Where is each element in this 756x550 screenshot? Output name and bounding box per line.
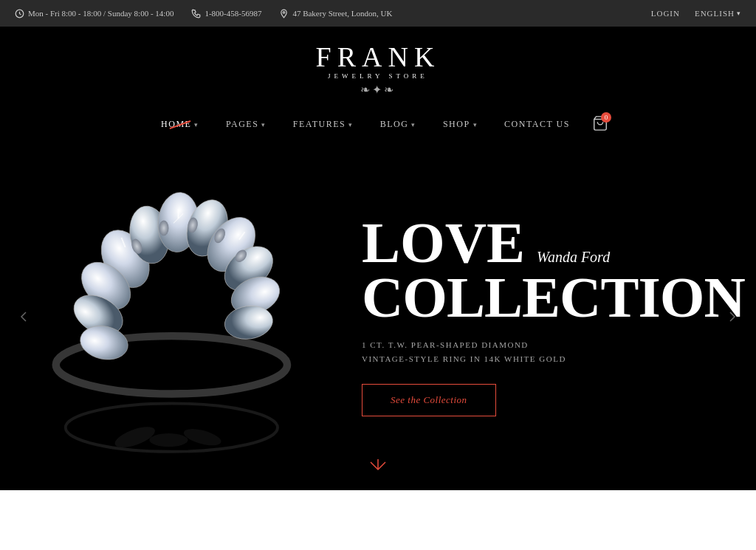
hero-love-text: LOVE <box>362 217 525 269</box>
arrow-down-icon <box>368 456 388 477</box>
hero-next-button[interactable] <box>719 303 746 330</box>
address-text: 47 Bakery Street, London, UK <box>292 9 392 18</box>
top-bar-actions: LOGIN ENGLISH ▾ <box>651 9 741 18</box>
hero-title-love: LOVE Wanda Ford <box>362 217 745 269</box>
hours-item: Mon - Fri 8:00 - 18:00 / Sunday 8:00 - 1… <box>15 9 173 18</box>
nav-item-shop[interactable]: SHOP ▾ <box>430 114 491 134</box>
ring-visual <box>0 143 347 490</box>
nav-item-blog[interactable]: BLOG ▾ <box>367 114 430 134</box>
nav-label-blog: BLOG <box>380 119 409 130</box>
svg-point-22 <box>149 433 188 447</box>
main-nav: HOME ▾ PAGES ▾ FEATURES ▾ BLOG ▾ SHOP ▾ … <box>0 109 756 143</box>
location-icon <box>279 9 289 18</box>
chevron-shop-icon: ▾ <box>473 121 478 128</box>
ornament-decoration: ❧✦❧ <box>0 83 756 97</box>
hero-description: 1 CT. T.W. PEAR-SHAPED DIAMOND VINTAGE-S… <box>362 338 745 365</box>
svg-point-14 <box>77 322 131 364</box>
chevron-pages-icon: ▾ <box>261 121 267 128</box>
nav-label-shop: SHOP <box>443 119 470 130</box>
phone-icon <box>191 9 201 18</box>
chevron-down-icon: ▾ <box>737 10 741 17</box>
nav-label-features: FEATURES <box>293 119 346 130</box>
cta-button[interactable]: See the Collection <box>362 384 496 416</box>
hero-author-name: Wanda Ford <box>537 250 610 264</box>
nav-label-contact: CONTACT US <box>504 119 570 130</box>
hero-section: LOVE Wanda Ford COLLECTION 1 CT. T.W. PE… <box>0 143 756 490</box>
chevron-home-icon: ▾ <box>194 121 199 128</box>
svg-point-1 <box>284 11 285 13</box>
scroll-down-button[interactable] <box>368 456 388 480</box>
svg-point-23 <box>182 426 223 449</box>
nav-item-pages[interactable]: PAGES ▾ <box>213 114 280 134</box>
nav-item-features[interactable]: FEATURES ▾ <box>280 114 367 134</box>
phone-text: 1-800-458-56987 <box>205 9 261 18</box>
nav-label-pages: PAGES <box>226 119 258 130</box>
nav-item-contact[interactable]: CONTACT US <box>491 114 583 134</box>
address-item: 47 Bakery Street, London, UK <box>279 9 392 18</box>
hours-text: Mon - Fri 8:00 - 18:00 / Sunday 8:00 - 1… <box>28 9 173 18</box>
brand-name[interactable]: FRANK <box>0 43 756 71</box>
chevron-right-icon <box>724 308 741 326</box>
login-link[interactable]: LOGIN <box>651 9 680 18</box>
top-bar-info: Mon - Fri 8:00 - 18:00 / Sunday 8:00 - 1… <box>15 9 392 18</box>
cart-count: 0 <box>601 112 611 123</box>
chevron-blog-icon: ▾ <box>411 121 416 128</box>
site-header: FRANK JEWELRY STORE ❧✦❧ <box>0 27 756 109</box>
hero-image <box>0 143 347 490</box>
hero-prev-button[interactable] <box>10 303 37 330</box>
clock-icon <box>15 9 24 18</box>
top-bar: Mon - Fri 8:00 - 18:00 / Sunday 8:00 - 1… <box>0 0 756 27</box>
nav-item-home[interactable]: HOME ▾ <box>148 114 213 134</box>
cart-button[interactable]: 0 <box>592 115 608 134</box>
language-selector[interactable]: ENGLISH ▾ <box>695 9 741 18</box>
hero-desc-line1: 1 CT. T.W. PEAR-SHAPED DIAMOND <box>362 340 529 349</box>
store-type: JEWELRY STORE <box>0 72 756 80</box>
phone-item: 1-800-458-56987 <box>191 9 261 18</box>
chevron-left-icon <box>15 308 32 326</box>
hero-content: LOVE Wanda Ford COLLECTION 1 CT. T.W. PE… <box>347 217 756 416</box>
svg-point-16 <box>159 220 168 236</box>
chevron-features-icon: ▾ <box>348 121 354 128</box>
hero-title-collection: COLLECTION <box>362 269 745 326</box>
below-hero-section <box>0 490 756 534</box>
hero-desc-line2: VINTAGE-STYLE RING IN 14K WHITE GOLD <box>362 354 566 363</box>
